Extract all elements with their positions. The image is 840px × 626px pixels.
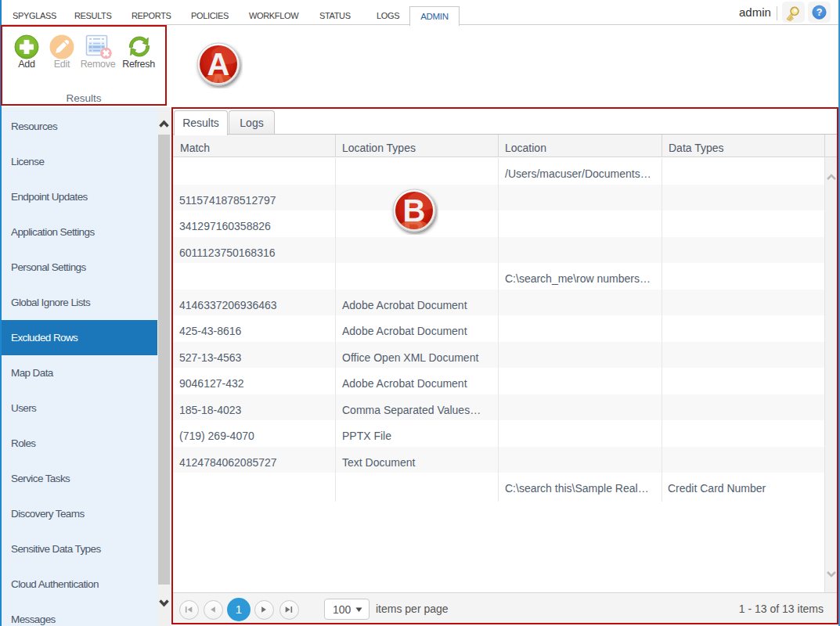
svg-text:B: B — [403, 193, 426, 228]
svg-text:A: A — [207, 47, 230, 81]
svg-text:?: ? — [817, 7, 823, 18]
